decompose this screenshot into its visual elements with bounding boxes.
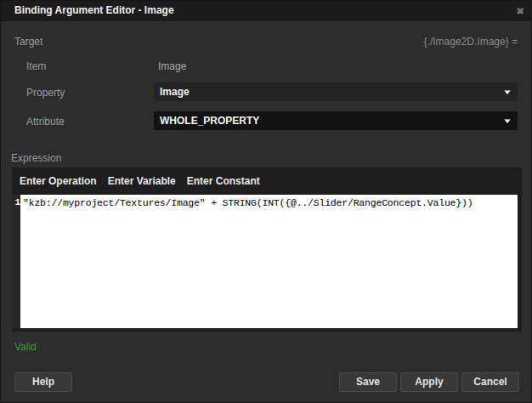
expression-menu: Enter Operation Enter Variable Enter Con… xyxy=(20,167,260,194)
menu-item-enter-variable[interactable]: Enter Variable xyxy=(108,175,176,187)
expression-code: "kzb://myproject/Textures/Image" + STRIN… xyxy=(20,195,518,208)
expression-code-editor[interactable]: "kzb://myproject/Textures/Image" + STRIN… xyxy=(20,195,518,328)
dialog-titlebar[interactable]: Binding Argument Editor - Image ✖ xyxy=(1,1,531,21)
target-binding-expression: {./Image2D.Image} = xyxy=(424,36,518,48)
attribute-label: Attribute xyxy=(26,116,65,128)
attribute-dropdown[interactable]: WHOLE_PROPERTY ▼ xyxy=(154,111,518,130)
binding-argument-editor-dialog: Binding Argument Editor - Image ✖ Target… xyxy=(0,0,532,403)
target-section-label: Target xyxy=(14,36,42,48)
property-dropdown-value: Image xyxy=(160,86,190,98)
validation-status: Valid xyxy=(14,341,37,353)
chevron-down-icon: ▼ xyxy=(502,88,512,96)
cancel-button[interactable]: Cancel xyxy=(461,372,519,392)
item-value: Image xyxy=(158,60,186,72)
dialog-title: Binding Argument Editor - Image xyxy=(14,4,174,16)
attribute-dropdown-value: WHOLE_PROPERTY xyxy=(160,115,259,127)
property-label: Property xyxy=(26,87,65,99)
menu-item-enter-operation[interactable]: Enter Operation xyxy=(20,175,97,187)
property-dropdown[interactable]: Image ▼ xyxy=(154,82,518,101)
expression-panel: Enter Operation Enter Variable Enter Con… xyxy=(12,167,522,332)
chevron-down-icon: ▼ xyxy=(502,117,512,125)
editor-line-number-gutter: 1 xyxy=(12,195,20,328)
expression-section-label: Expression xyxy=(11,152,61,164)
apply-button[interactable]: Apply xyxy=(400,372,458,392)
save-button[interactable]: Save xyxy=(339,372,397,392)
line-number: 1 xyxy=(12,195,20,207)
help-button[interactable]: Help xyxy=(14,372,72,392)
menu-item-enter-constant[interactable]: Enter Constant xyxy=(187,175,260,187)
close-icon[interactable]: ✖ xyxy=(513,4,527,18)
item-label: Item xyxy=(26,60,46,72)
